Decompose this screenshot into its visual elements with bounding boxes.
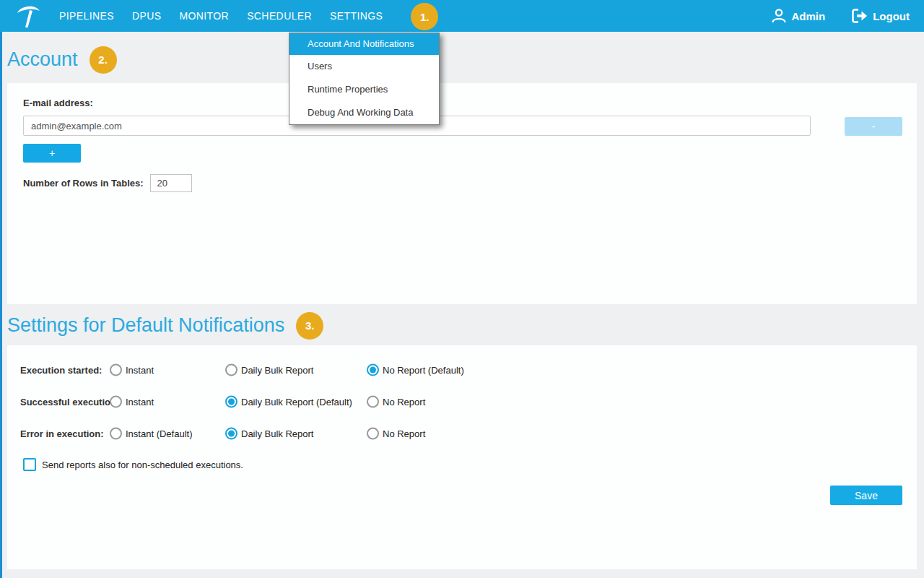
nav-item-scheduler[interactable]: SCHEDULER bbox=[247, 10, 312, 22]
save-button[interactable]: Save bbox=[830, 486, 902, 505]
radio-option-instant[interactable]: Instant bbox=[110, 364, 154, 376]
account-section-header: Account 2. bbox=[2, 32, 924, 83]
radio-label: No Report bbox=[383, 428, 425, 439]
radio-label: No Report bbox=[383, 397, 425, 407]
radio-icon[interactable] bbox=[225, 396, 237, 408]
notification-row-execution-started: Execution started: Instant Daily Bulk Re… bbox=[7, 354, 917, 386]
menu-item-debug-and-working-data[interactable]: Debug And Working Data bbox=[289, 101, 439, 124]
page-content: Account 2. E-mail address: - + Number of… bbox=[0, 32, 924, 578]
menu-item-account-and-notifications[interactable]: Account And Notifications bbox=[289, 33, 439, 55]
nav-item-settings[interactable]: SETTINGS bbox=[330, 10, 383, 22]
nav-item-dpus[interactable]: DPUS bbox=[132, 10, 162, 22]
radio-label: No Report (Default) bbox=[383, 365, 464, 376]
radio-icon[interactable] bbox=[367, 396, 379, 408]
radio-option-no-report-default[interactable]: No Report (Default) bbox=[367, 364, 464, 376]
radio-icon[interactable] bbox=[367, 364, 379, 376]
notifications-section-header: Settings for Default Notifications 3. bbox=[2, 304, 924, 345]
radio-option-no-report[interactable]: No Report bbox=[367, 396, 425, 408]
radio-option-daily-bulk-report-default[interactable]: Daily Bulk Report (Default) bbox=[225, 396, 352, 408]
logout-icon bbox=[850, 7, 868, 25]
menu-item-runtime-properties[interactable]: Runtime Properties bbox=[289, 78, 439, 101]
row-label: Error in execution: bbox=[20, 428, 104, 439]
annotation-badge-1: 1. bbox=[411, 3, 438, 30]
radio-icon[interactable] bbox=[225, 428, 237, 440]
radio-label: Daily Bulk Report (Default) bbox=[241, 397, 352, 407]
non-scheduled-reports-field: Send reports also for non-scheduled exec… bbox=[23, 458, 917, 471]
notifications-title: Settings for Default Notifications bbox=[7, 314, 284, 337]
radio-option-daily-bulk-report[interactable]: Daily Bulk Report bbox=[225, 428, 313, 440]
row-label: Successful execution: bbox=[20, 397, 119, 407]
remove-email-button[interactable]: - bbox=[845, 117, 902, 136]
radio-icon[interactable] bbox=[110, 364, 122, 376]
top-navbar: PIPELINES DPUS MONITOR SCHEDULER SETTING… bbox=[0, 0, 924, 32]
notification-row-successful-execution: Successful execution: Instant Daily Bulk… bbox=[7, 386, 917, 418]
rows-in-tables-label: Number of Rows in Tables: bbox=[23, 178, 144, 189]
radio-option-daily-bulk-report[interactable]: Daily Bulk Report bbox=[225, 364, 313, 376]
row-label: Execution started: bbox=[20, 365, 102, 376]
radio-icon[interactable] bbox=[225, 364, 237, 376]
navbar-right: Admin Logout bbox=[770, 7, 910, 25]
radio-label: Daily Bulk Report bbox=[241, 365, 313, 376]
rows-in-tables-input[interactable] bbox=[150, 174, 192, 192]
main-navigation: PIPELINES DPUS MONITOR SCHEDULER SETTING… bbox=[59, 10, 401, 22]
radio-icon[interactable] bbox=[367, 428, 379, 440]
account-card: E-mail address: - + Number of Rows in Ta… bbox=[7, 83, 917, 304]
app-logo-icon[interactable] bbox=[16, 3, 40, 29]
logout-button[interactable]: Logout bbox=[850, 7, 910, 25]
radio-option-instant[interactable]: Instant bbox=[110, 396, 154, 408]
annotation-badge-2: 2. bbox=[90, 46, 117, 74]
nav-item-monitor[interactable]: MONITOR bbox=[179, 10, 229, 22]
checkbox-label: Send reports also for non-scheduled exec… bbox=[42, 460, 243, 470]
admin-user-button[interactable]: Admin bbox=[770, 7, 826, 25]
settings-dropdown-menu: Account And Notifications Users Runtime … bbox=[289, 33, 440, 125]
annotation-badge-3: 3. bbox=[296, 312, 323, 340]
notification-row-error-in-execution: Error in execution: Instant (Default) Da… bbox=[7, 418, 917, 449]
email-label: E-mail address: bbox=[23, 98, 901, 108]
admin-label: Admin bbox=[792, 10, 826, 22]
radio-icon[interactable] bbox=[110, 428, 122, 440]
radio-label: Instant (Default) bbox=[126, 428, 193, 439]
radio-label: Instant bbox=[126, 365, 154, 376]
add-email-button[interactable]: + bbox=[23, 144, 81, 163]
user-icon bbox=[770, 7, 788, 25]
radio-icon[interactable] bbox=[110, 396, 122, 408]
radio-label: Instant bbox=[126, 397, 154, 407]
radio-label: Daily Bulk Report bbox=[241, 428, 313, 439]
menu-item-users[interactable]: Users bbox=[289, 55, 439, 78]
rows-in-tables-field: Number of Rows in Tables: bbox=[23, 174, 901, 192]
notifications-card: Execution started: Instant Daily Bulk Re… bbox=[7, 345, 917, 569]
radio-option-no-report[interactable]: No Report bbox=[367, 428, 425, 440]
logout-label: Logout bbox=[873, 10, 910, 22]
account-title: Account bbox=[7, 48, 78, 71]
non-scheduled-reports-checkbox[interactable] bbox=[23, 458, 36, 471]
nav-item-pipelines[interactable]: PIPELINES bbox=[59, 10, 114, 22]
radio-option-instant-default[interactable]: Instant (Default) bbox=[110, 428, 193, 440]
